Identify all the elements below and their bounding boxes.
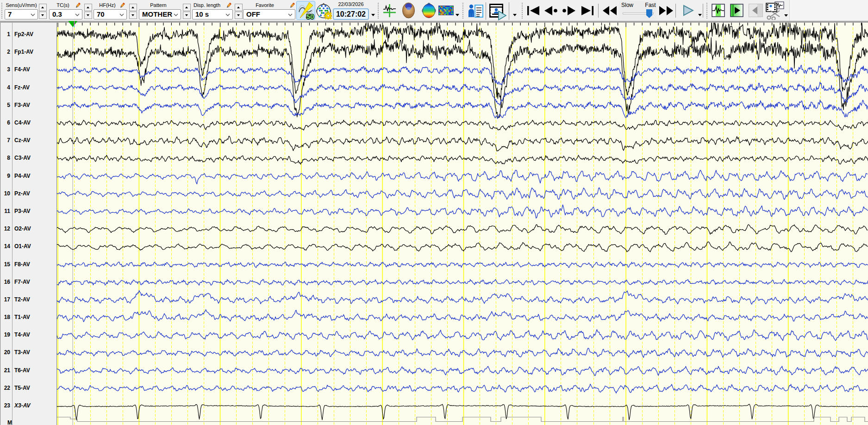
svg-text:50: 50 xyxy=(306,12,314,20)
